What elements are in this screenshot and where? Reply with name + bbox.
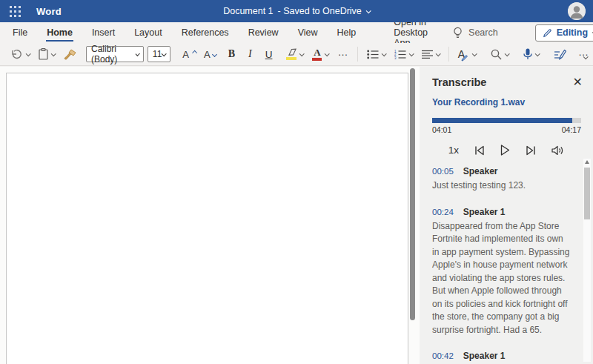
word-online-app: Word Document 1 - Saved to OneDrive File…: [0, 0, 593, 364]
menu-file[interactable]: File: [3, 22, 37, 43]
undo-button[interactable]: [7, 47, 33, 62]
chevron-down-icon: [409, 51, 414, 56]
playback-controls: 1x: [420, 145, 593, 156]
entry-timestamp[interactable]: 00:05: [432, 167, 454, 176]
underline-glyph: U: [265, 49, 273, 60]
play-button[interactable]: [500, 145, 510, 156]
italic-button[interactable]: I: [245, 46, 256, 62]
alignment-button[interactable]: [418, 47, 443, 62]
clipboard-icon: [39, 48, 48, 60]
playback-progress: 04:01 04:17: [432, 118, 581, 134]
font-size-select[interactable]: 11: [148, 46, 170, 62]
paste-button[interactable]: [35, 46, 59, 62]
underline-button[interactable]: U: [262, 47, 276, 62]
playback-speed-button[interactable]: 1x: [448, 145, 459, 156]
document-area: [0, 67, 420, 364]
numbered-list-button[interactable]: 1 2 3: [391, 47, 417, 62]
scroll-up-arrow-icon[interactable]: [585, 160, 589, 164]
chevron-down-icon: [135, 51, 140, 56]
grow-font-button[interactable]: A: [179, 47, 199, 62]
volume-button[interactable]: [551, 145, 564, 156]
entry-timestamp[interactable]: 00:24: [432, 208, 454, 216]
styles-button[interactable]: A: [454, 45, 480, 63]
menu-insert[interactable]: Insert: [82, 22, 125, 43]
dictate-button[interactable]: [520, 46, 543, 62]
close-icon[interactable]: ✕: [573, 76, 583, 88]
saved-status[interactable]: - Saved to OneDrive: [278, 6, 362, 16]
transcribe-panel: Transcribe ✕ Your Recording 1.wav 04:01 …: [420, 67, 593, 364]
transcript-entry[interactable]: 00:42 Speaker 1 Page lawsuit set to file…: [432, 351, 571, 364]
transcript-scrollbar[interactable]: [583, 159, 591, 362]
caret-up-icon: [192, 50, 197, 55]
collapse-ribbon-button[interactable]: [583, 49, 587, 62]
shrink-font-button[interactable]: A: [200, 47, 220, 62]
recording-file-link[interactable]: Your Recording 1.wav: [420, 88, 593, 107]
menu-help[interactable]: Help: [328, 22, 366, 43]
chevron-down-icon: [325, 51, 330, 56]
more-font-options-button[interactable]: …: [334, 48, 352, 60]
bold-button[interactable]: B: [225, 46, 239, 62]
scrollbar-thumb[interactable]: [410, 68, 415, 320]
transcript-list[interactable]: 00:05 Speaker Just testing testing 123. …: [420, 157, 593, 364]
editor-button[interactable]: [550, 47, 570, 62]
transcribe-panel-header: Transcribe ✕: [420, 67, 593, 88]
search-placeholder: Search: [468, 27, 498, 38]
app-name[interactable]: Word: [36, 6, 62, 17]
numbered-list-icon: 1 2 3: [394, 50, 406, 59]
bullet-list-icon: [367, 50, 379, 59]
svg-text:3: 3: [394, 56, 397, 59]
font-name-select[interactable]: Calibri (Body): [86, 46, 144, 62]
document-scrollbar[interactable]: [410, 68, 415, 362]
transcript-entry[interactable]: 00:05 Speaker Just testing testing 123.: [432, 166, 571, 193]
chevron-down-icon: [162, 51, 167, 56]
divider: [448, 47, 449, 62]
menu-references[interactable]: References: [172, 22, 239, 43]
progress-fill: [432, 118, 572, 123]
menu-review[interactable]: Review: [239, 22, 288, 43]
document-page[interactable]: [6, 73, 408, 364]
chevron-down-icon[interactable]: [365, 8, 371, 13]
search-icon: [491, 49, 502, 60]
scrollbar-thumb[interactable]: [584, 168, 590, 219]
waffle-grid-icon: [10, 6, 21, 17]
chevron-down-icon: [51, 51, 56, 56]
editing-mode-button[interactable]: Editing: [535, 24, 593, 42]
speaker-icon: [551, 145, 564, 156]
transcript-entry[interactable]: 00:24 Speaker 1 Disappeared from the App…: [432, 207, 571, 337]
skip-back-icon: [474, 145, 485, 156]
highlight-color-button[interactable]: [282, 46, 307, 62]
time-labels: 04:01 04:17: [432, 125, 581, 134]
entry-text[interactable]: Disappeared from the App Store Fortnite …: [432, 220, 571, 337]
user-avatar[interactable]: [568, 2, 586, 20]
font-name-value: Calibri (Body): [91, 44, 136, 64]
menu-bar: File Home Insert Layout References Revie…: [0, 22, 593, 43]
caret-down-icon: [212, 51, 217, 56]
document-title[interactable]: Document 1: [223, 6, 273, 16]
progress-track[interactable]: [432, 118, 581, 123]
entry-text[interactable]: Just testing testing 123.: [432, 179, 571, 193]
find-button[interactable]: [487, 47, 512, 62]
total-time: 04:17: [562, 125, 581, 134]
chevron-down-icon: [505, 51, 510, 56]
app-launcher-icon[interactable]: [4, 0, 26, 22]
menu-layout[interactable]: Layout: [125, 22, 172, 43]
chevron-down-icon: [382, 51, 387, 56]
entry-speaker: Speaker 1: [463, 351, 506, 361]
menu-view[interactable]: View: [288, 22, 328, 43]
menu-home[interactable]: Home: [37, 22, 82, 43]
format-painter-button[interactable]: [60, 47, 80, 62]
format-painter-icon: [64, 49, 76, 60]
elapsed-time: 04:01: [432, 125, 451, 134]
document-title-bar: Document 1 - Saved to OneDrive: [0, 0, 593, 22]
skip-forward-button[interactable]: [526, 145, 536, 156]
search-box[interactable]: Search: [447, 27, 504, 39]
entry-timestamp[interactable]: 00:42: [432, 351, 454, 360]
skip-forward-icon: [526, 145, 536, 156]
chevron-down-icon: [535, 51, 540, 56]
pencil-icon: [543, 28, 552, 38]
font-color-button[interactable]: A: [308, 45, 332, 63]
align-text-icon: [422, 50, 433, 59]
bullet-list-button[interactable]: [363, 47, 389, 62]
shrink-font-glyph: A: [204, 49, 211, 60]
skip-back-button[interactable]: [474, 145, 485, 156]
